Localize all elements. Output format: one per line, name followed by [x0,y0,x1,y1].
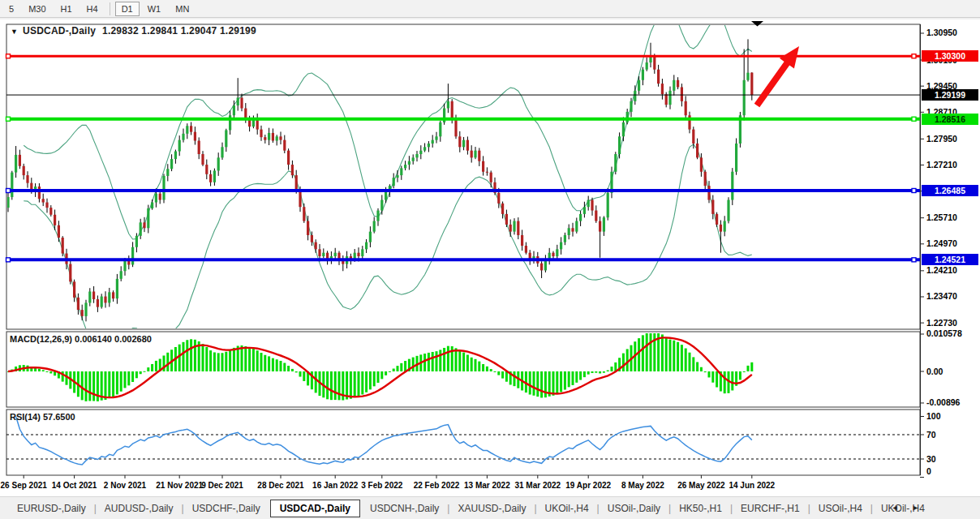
chart-tab-eurusd-daily[interactable]: EURUSD-,Daily [10,500,93,517]
svg-text:22 Feb 2022: 22 Feb 2022 [414,481,460,490]
chart-window: 1.309501.301901.294501.287101.279501.272… [0,19,980,496]
svg-text:14 Jun 2022: 14 Jun 2022 [729,481,775,490]
line-handle-right [912,258,916,262]
tab-scroll-arrows[interactable]: ◄ ► [892,504,925,512]
svg-text:1.24970: 1.24970 [926,238,957,248]
chart-title: ▼USDCAD-,Daily1.29832 1.29841 1.29047 1.… [11,25,256,36]
svg-text:100: 100 [926,411,941,421]
timeframe-button-H1[interactable]: H1 [54,2,79,16]
line-handle-right [912,117,916,121]
price-box-1.24521: 1.24521 [922,254,978,265]
line-handle-right [912,54,916,58]
chart-symbol-period: USDCAD-,Daily [23,25,96,36]
svg-text:70: 70 [926,430,936,440]
timeframe-button-D1[interactable]: D1 [115,2,140,16]
svg-text:1.24210: 1.24210 [926,265,957,275]
chart-tab-usdcad-daily[interactable]: USDCAD-,Daily [270,500,360,517]
tab-separator: | [808,503,810,514]
svg-text:30: 30 [926,454,936,464]
svg-text:0: 0 [926,466,931,476]
tab-separator: | [534,503,536,514]
timeframe-toolbar: 5M30H1H4D1W1MN [0,0,980,18]
timeframe-button-M30[interactable]: M30 [22,2,52,16]
svg-text:1.27950: 1.27950 [926,134,957,144]
macd-label: MACD(12,26,9) 0.006140 0.002680 [10,334,152,344]
svg-text:3 Feb 2022: 3 Feb 2022 [361,481,403,490]
svg-text:-0.00896: -0.00896 [926,397,961,407]
chart-tab-usdchf-daily[interactable]: USDCHF-,Daily [185,500,268,517]
chart-tab-hk50-h1[interactable]: HK50-,H1 [672,500,729,517]
timeframe-button-5[interactable]: 5 [2,2,20,16]
chart-canvas: 1.309501.301901.294501.287101.279501.272… [0,19,980,496]
chart-tab-xauusd-daily[interactable]: XAUUSD-,Daily [450,500,533,517]
tab-separator: | [730,503,733,514]
svg-text:19 Apr 2022: 19 Apr 2022 [565,481,611,490]
tab-separator: | [94,503,97,514]
tab-separator: | [597,503,600,514]
svg-text:0.00: 0.00 [926,367,943,376]
svg-text:1.27210: 1.27210 [926,160,957,169]
rsi-label: RSI(14) 57.6500 [10,412,75,422]
line-handle-right [912,188,916,192]
timeframe-button-MN[interactable]: MN [169,2,196,16]
svg-text:1.22730: 1.22730 [926,318,957,328]
chart-tab-eurchf-h1[interactable]: EURCHF-,H1 [733,500,807,517]
toolbar-separator [110,2,110,15]
chart-tab-usdcnh-daily[interactable]: USDCNH-,Daily [363,500,446,517]
svg-text:2 Nov 2021: 2 Nov 2021 [104,481,147,490]
svg-text:8 May 2022: 8 May 2022 [621,481,664,490]
line-handle-left [6,258,11,262]
chart-tab-ukoil-h4[interactable]: UKOil-,H4 [538,500,596,517]
price-box-1.29199: 1.29199 [922,89,978,101]
price-box-1.30300: 1.30300 [922,50,978,62]
price-box-1.26485: 1.26485 [922,185,978,196]
line-handle-left [6,54,11,58]
chart-ohlc-values: 1.29832 1.29841 1.29047 1.29199 [102,25,256,36]
svg-text:16 Jan 2022: 16 Jan 2022 [312,481,359,490]
price-box-1.28516: 1.28516 [922,114,978,125]
svg-text:14 Oct 2021: 14 Oct 2021 [52,481,97,490]
timeframe-button-H4[interactable]: H4 [80,2,105,16]
svg-text:9 Dec 2021: 9 Dec 2021 [201,481,243,490]
svg-text:1.25710: 1.25710 [926,212,957,222]
tab-separator: | [870,503,873,514]
line-handle-left [6,117,11,121]
svg-text:1.23470: 1.23470 [926,291,957,301]
svg-text:1.30950: 1.30950 [926,28,957,37]
svg-text:13 Mar 2022: 13 Mar 2022 [464,481,510,490]
collapse-indicators-icon[interactable]: ▼ [11,28,18,36]
tab-separator: | [182,503,184,514]
chart-tab-usoil-daily[interactable]: USOil-,Daily [600,500,668,517]
chart-tab-audusd-daily[interactable]: AUDUSD-,Daily [97,500,181,517]
line-handle-left [6,188,11,192]
timeframe-button-W1[interactable]: W1 [141,2,168,16]
tab-separator: | [447,503,449,514]
svg-text:26 Sep 2021: 26 Sep 2021 [1,481,48,490]
chart-tabs-bar: EURUSD-,Daily|AUDUSD-,Daily|USDCHF-,Dail… [0,496,980,519]
svg-text:21 Nov 2021: 21 Nov 2021 [156,481,203,490]
mt4-terminal: 5M30H1H4D1W1MN 1.309501.301901.294501.28… [0,0,980,519]
tab-separator: | [668,503,671,514]
svg-text:31 Mar 2022: 31 Mar 2022 [514,481,561,490]
svg-text:26 May 2022: 26 May 2022 [677,481,725,490]
svg-text:0.010578: 0.010578 [926,328,962,338]
svg-text:28 Dec 2021: 28 Dec 2021 [257,481,304,490]
chart-tab-usoil-h4[interactable]: USOil-,H4 [811,500,870,517]
date-axis[interactable]: 26 Sep 202114 Oct 20212 Nov 202121 Nov 2… [1,475,776,490]
